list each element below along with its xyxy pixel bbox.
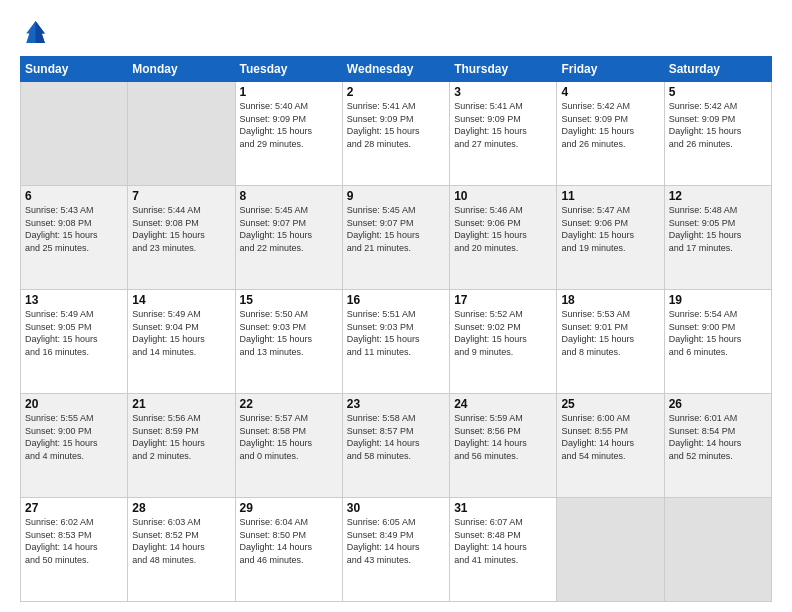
header <box>20 18 772 46</box>
day-number: 13 <box>25 293 123 307</box>
day-number: 19 <box>669 293 767 307</box>
week-row-4: 20Sunrise: 5:55 AM Sunset: 9:00 PM Dayli… <box>21 394 772 498</box>
day-info: Sunrise: 5:45 AM Sunset: 9:07 PM Dayligh… <box>347 204 445 254</box>
calendar-cell: 3Sunrise: 5:41 AM Sunset: 9:09 PM Daylig… <box>450 82 557 186</box>
day-number: 24 <box>454 397 552 411</box>
day-number: 5 <box>669 85 767 99</box>
day-info: Sunrise: 5:55 AM Sunset: 9:00 PM Dayligh… <box>25 412 123 462</box>
day-info: Sunrise: 5:59 AM Sunset: 8:56 PM Dayligh… <box>454 412 552 462</box>
day-info: Sunrise: 5:50 AM Sunset: 9:03 PM Dayligh… <box>240 308 338 358</box>
day-info: Sunrise: 5:46 AM Sunset: 9:06 PM Dayligh… <box>454 204 552 254</box>
weekday-header-thursday: Thursday <box>450 57 557 82</box>
svg-marker-1 <box>36 21 45 43</box>
calendar-cell <box>664 498 771 602</box>
calendar-table: SundayMondayTuesdayWednesdayThursdayFrid… <box>20 56 772 602</box>
day-info: Sunrise: 6:01 AM Sunset: 8:54 PM Dayligh… <box>669 412 767 462</box>
day-number: 8 <box>240 189 338 203</box>
calendar-cell: 10Sunrise: 5:46 AM Sunset: 9:06 PM Dayli… <box>450 186 557 290</box>
calendar-cell: 21Sunrise: 5:56 AM Sunset: 8:59 PM Dayli… <box>128 394 235 498</box>
calendar-cell: 30Sunrise: 6:05 AM Sunset: 8:49 PM Dayli… <box>342 498 449 602</box>
day-info: Sunrise: 5:58 AM Sunset: 8:57 PM Dayligh… <box>347 412 445 462</box>
day-info: Sunrise: 5:40 AM Sunset: 9:09 PM Dayligh… <box>240 100 338 150</box>
day-info: Sunrise: 5:57 AM Sunset: 8:58 PM Dayligh… <box>240 412 338 462</box>
day-number: 9 <box>347 189 445 203</box>
day-number: 10 <box>454 189 552 203</box>
week-row-1: 1Sunrise: 5:40 AM Sunset: 9:09 PM Daylig… <box>21 82 772 186</box>
day-number: 31 <box>454 501 552 515</box>
day-number: 21 <box>132 397 230 411</box>
day-info: Sunrise: 5:45 AM Sunset: 9:07 PM Dayligh… <box>240 204 338 254</box>
day-info: Sunrise: 5:49 AM Sunset: 9:05 PM Dayligh… <box>25 308 123 358</box>
day-info: Sunrise: 5:56 AM Sunset: 8:59 PM Dayligh… <box>132 412 230 462</box>
day-info: Sunrise: 5:42 AM Sunset: 9:09 PM Dayligh… <box>669 100 767 150</box>
logo-icon <box>20 18 48 46</box>
calendar-cell <box>557 498 664 602</box>
calendar-cell: 13Sunrise: 5:49 AM Sunset: 9:05 PM Dayli… <box>21 290 128 394</box>
calendar-cell: 6Sunrise: 5:43 AM Sunset: 9:08 PM Daylig… <box>21 186 128 290</box>
day-number: 18 <box>561 293 659 307</box>
day-info: Sunrise: 5:43 AM Sunset: 9:08 PM Dayligh… <box>25 204 123 254</box>
weekday-header-saturday: Saturday <box>664 57 771 82</box>
calendar-cell: 1Sunrise: 5:40 AM Sunset: 9:09 PM Daylig… <box>235 82 342 186</box>
day-number: 16 <box>347 293 445 307</box>
day-number: 3 <box>454 85 552 99</box>
weekday-header-tuesday: Tuesday <box>235 57 342 82</box>
day-info: Sunrise: 6:02 AM Sunset: 8:53 PM Dayligh… <box>25 516 123 566</box>
calendar-cell: 5Sunrise: 5:42 AM Sunset: 9:09 PM Daylig… <box>664 82 771 186</box>
day-info: Sunrise: 5:44 AM Sunset: 9:08 PM Dayligh… <box>132 204 230 254</box>
day-info: Sunrise: 5:54 AM Sunset: 9:00 PM Dayligh… <box>669 308 767 358</box>
day-info: Sunrise: 5:51 AM Sunset: 9:03 PM Dayligh… <box>347 308 445 358</box>
calendar-cell: 9Sunrise: 5:45 AM Sunset: 9:07 PM Daylig… <box>342 186 449 290</box>
calendar-cell: 20Sunrise: 5:55 AM Sunset: 9:00 PM Dayli… <box>21 394 128 498</box>
day-info: Sunrise: 5:42 AM Sunset: 9:09 PM Dayligh… <box>561 100 659 150</box>
day-number: 7 <box>132 189 230 203</box>
day-info: Sunrise: 5:52 AM Sunset: 9:02 PM Dayligh… <box>454 308 552 358</box>
calendar-cell: 18Sunrise: 5:53 AM Sunset: 9:01 PM Dayli… <box>557 290 664 394</box>
calendar-cell: 22Sunrise: 5:57 AM Sunset: 8:58 PM Dayli… <box>235 394 342 498</box>
calendar-cell <box>21 82 128 186</box>
calendar-cell: 31Sunrise: 6:07 AM Sunset: 8:48 PM Dayli… <box>450 498 557 602</box>
calendar-cell: 15Sunrise: 5:50 AM Sunset: 9:03 PM Dayli… <box>235 290 342 394</box>
day-info: Sunrise: 5:41 AM Sunset: 9:09 PM Dayligh… <box>454 100 552 150</box>
day-number: 29 <box>240 501 338 515</box>
week-row-3: 13Sunrise: 5:49 AM Sunset: 9:05 PM Dayli… <box>21 290 772 394</box>
day-info: Sunrise: 6:00 AM Sunset: 8:55 PM Dayligh… <box>561 412 659 462</box>
day-info: Sunrise: 6:03 AM Sunset: 8:52 PM Dayligh… <box>132 516 230 566</box>
day-info: Sunrise: 6:04 AM Sunset: 8:50 PM Dayligh… <box>240 516 338 566</box>
day-number: 17 <box>454 293 552 307</box>
day-number: 22 <box>240 397 338 411</box>
day-number: 15 <box>240 293 338 307</box>
calendar-cell: 19Sunrise: 5:54 AM Sunset: 9:00 PM Dayli… <box>664 290 771 394</box>
calendar-cell: 4Sunrise: 5:42 AM Sunset: 9:09 PM Daylig… <box>557 82 664 186</box>
day-info: Sunrise: 5:53 AM Sunset: 9:01 PM Dayligh… <box>561 308 659 358</box>
page: SundayMondayTuesdayWednesdayThursdayFrid… <box>0 0 792 612</box>
day-number: 6 <box>25 189 123 203</box>
week-row-5: 27Sunrise: 6:02 AM Sunset: 8:53 PM Dayli… <box>21 498 772 602</box>
calendar-cell: 29Sunrise: 6:04 AM Sunset: 8:50 PM Dayli… <box>235 498 342 602</box>
logo <box>20 18 52 46</box>
day-info: Sunrise: 5:47 AM Sunset: 9:06 PM Dayligh… <box>561 204 659 254</box>
calendar-cell: 16Sunrise: 5:51 AM Sunset: 9:03 PM Dayli… <box>342 290 449 394</box>
week-row-2: 6Sunrise: 5:43 AM Sunset: 9:08 PM Daylig… <box>21 186 772 290</box>
weekday-header-monday: Monday <box>128 57 235 82</box>
day-number: 25 <box>561 397 659 411</box>
calendar-cell: 24Sunrise: 5:59 AM Sunset: 8:56 PM Dayli… <box>450 394 557 498</box>
day-number: 20 <box>25 397 123 411</box>
weekday-header-wednesday: Wednesday <box>342 57 449 82</box>
weekday-header-row: SundayMondayTuesdayWednesdayThursdayFrid… <box>21 57 772 82</box>
day-info: Sunrise: 5:41 AM Sunset: 9:09 PM Dayligh… <box>347 100 445 150</box>
day-info: Sunrise: 6:05 AM Sunset: 8:49 PM Dayligh… <box>347 516 445 566</box>
day-info: Sunrise: 6:07 AM Sunset: 8:48 PM Dayligh… <box>454 516 552 566</box>
day-number: 27 <box>25 501 123 515</box>
day-number: 2 <box>347 85 445 99</box>
calendar-cell: 12Sunrise: 5:48 AM Sunset: 9:05 PM Dayli… <box>664 186 771 290</box>
calendar-cell <box>128 82 235 186</box>
calendar-cell: 23Sunrise: 5:58 AM Sunset: 8:57 PM Dayli… <box>342 394 449 498</box>
calendar-cell: 14Sunrise: 5:49 AM Sunset: 9:04 PM Dayli… <box>128 290 235 394</box>
calendar-cell: 28Sunrise: 6:03 AM Sunset: 8:52 PM Dayli… <box>128 498 235 602</box>
day-info: Sunrise: 5:49 AM Sunset: 9:04 PM Dayligh… <box>132 308 230 358</box>
day-number: 14 <box>132 293 230 307</box>
calendar-cell: 26Sunrise: 6:01 AM Sunset: 8:54 PM Dayli… <box>664 394 771 498</box>
day-info: Sunrise: 5:48 AM Sunset: 9:05 PM Dayligh… <box>669 204 767 254</box>
weekday-header-sunday: Sunday <box>21 57 128 82</box>
